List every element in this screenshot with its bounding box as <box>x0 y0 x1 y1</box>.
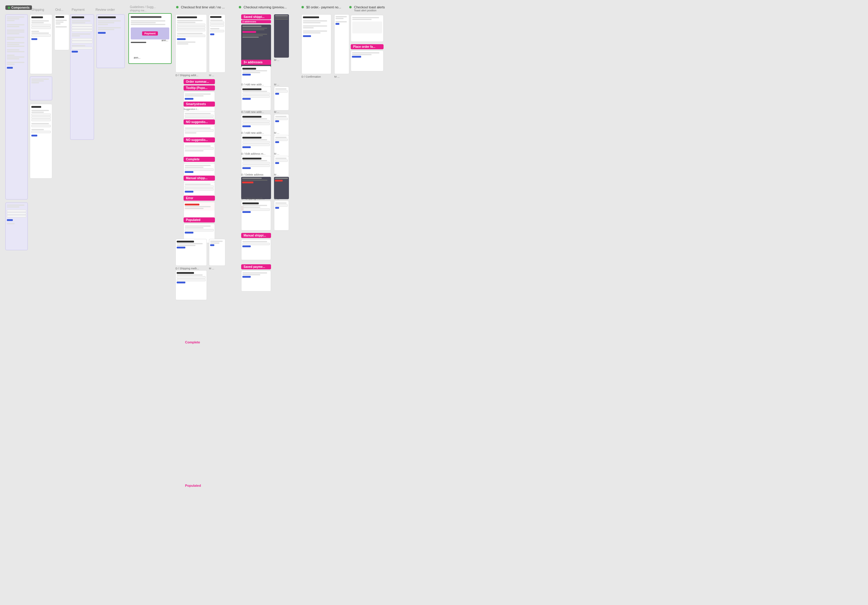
m-shipping-screen <box>209 14 225 73</box>
d-shipping-meth-returning-label: D / Shipping meth... <box>241 197 271 200</box>
saved-shipping-container: Saved shippi... 2 addresses <box>241 14 271 23</box>
delete-address-group: D / Delete address <box>241 173 271 200</box>
payment-purple-1 <box>70 14 94 140</box>
guidelines-sublabel: shipping me... <box>130 9 147 12</box>
m-saved-screen <box>274 14 289 57</box>
saved-payme-screen <box>241 270 271 292</box>
m-label-8: M ... <box>274 197 289 200</box>
saved-payme-badge: Saved payme... <box>241 264 271 269</box>
d-add-new-addr-3: D / Add new addr... <box>241 131 271 134</box>
checkout-first-label: Checkout first time visit / no ... <box>181 5 225 9</box>
m-shipping-meth-1-screen <box>209 239 225 266</box>
manual-shipp-badge: Manual shipp... <box>184 175 215 181</box>
components-purple-block <box>5 14 28 200</box>
d-shipping-addr-label: D / Shipping addr... <box>175 74 211 77</box>
d-delete-address-label: D / Delete address <box>241 173 271 176</box>
m-label-conf: M ... <box>334 75 349 78</box>
manual-shipp-returning-group: Manual shippi... <box>241 233 271 260</box>
populated-text: Populated <box>185 484 201 487</box>
review-order-label: Review order <box>96 8 115 11</box>
shipping-screen-1 <box>30 14 52 74</box>
m-delete-screen <box>274 177 289 199</box>
shipping-screen-2 <box>30 104 52 178</box>
checkout-first-dot <box>176 6 178 8</box>
error-badge: Error <box>184 195 215 201</box>
place-order-screen <box>351 50 384 71</box>
populated-badge: Populated <box>184 217 215 222</box>
returning-placeholder <box>241 206 243 211</box>
toast-frame-1 <box>351 15 384 42</box>
tooltip-badge: Tooltip (Popo... <box>184 85 215 90</box>
saved-shipping-badge: Saved shippi... <box>241 14 271 19</box>
checkout-first-bottom-screen <box>175 270 207 300</box>
m-label-5: M ... <box>274 131 289 134</box>
components-dot <box>8 6 10 9</box>
place-order-group: Place order fa... <box>351 44 384 71</box>
zero-order-dot <box>301 6 304 8</box>
m-label-4: M ... <box>274 110 289 113</box>
m-confirmation-group: M ... <box>334 14 349 78</box>
d-add-new-addr-1: D / Add new addr... <box>241 83 271 86</box>
manual-shipp-returning-screen <box>241 239 271 260</box>
d-shipping-meth-1-label: D / Shipping meth... <box>175 267 207 270</box>
d-confirmation-group: D / Confirmation <box>301 14 331 78</box>
checkout-returning-label: Checkout returning (previou... <box>243 5 287 9</box>
components-label: Components <box>11 6 29 9</box>
suggestion-t-label: Suggestion t... <box>184 108 215 110</box>
order-screen-1 <box>54 14 69 50</box>
shipping-purple <box>30 76 52 100</box>
checkout-returning-dot <box>239 6 241 8</box>
d-shipping-meth-returning-screen <box>241 201 271 231</box>
m-label-2: M ... <box>209 267 225 270</box>
toast-dot <box>349 6 352 8</box>
m-shipping-group: M ... <box>209 14 225 77</box>
smartystreets-badge: Smartystreets <box>184 102 215 107</box>
d-shipping-meth-returning-group: D / Shipping meth... <box>241 197 271 231</box>
shipping-addr-group: D / Shipping addr... <box>175 14 211 77</box>
complete-bottom-label: Complete <box>185 340 200 344</box>
d-confirmation-label: D / Confirmation <box>301 75 331 78</box>
m-shipping-meth-returning: M ... <box>274 197 289 231</box>
toast-sublabel: Toast alert position <box>354 9 385 12</box>
m-confirmation-screen <box>334 14 349 74</box>
m-add-new-1-screen <box>274 87 289 110</box>
m-label-3: M ... <box>274 83 289 86</box>
no-suggestion-2-badge: NO suggestio... <box>184 137 215 143</box>
m-label-6: M ... <box>274 152 289 155</box>
ann-label-1: ann... <box>134 56 141 59</box>
shipping-label: Shipping <box>31 8 44 11</box>
order-summary-badge: Order summar... <box>184 79 215 84</box>
saved-payme-group: Saved payme... <box>241 264 271 292</box>
review-purple-1 <box>96 14 125 68</box>
m-delete-address: M ... <box>274 173 289 199</box>
m-shipping-meth-returning-screen <box>274 201 289 231</box>
three-plus-badge: 3+ addresses <box>241 60 271 65</box>
place-order-badge: Place order fa... <box>351 44 384 49</box>
complete-badge: Complete <box>184 157 215 162</box>
m-label-saved: M ... <box>274 59 289 62</box>
m-shipping-meth-1-group: M ... <box>209 239 225 270</box>
d-shipping-addr-screen <box>175 14 207 73</box>
zero-order-label: $0 order.- payment no... <box>306 5 341 9</box>
order-label: Ord... <box>55 8 64 11</box>
complete-text: Complete <box>185 340 200 344</box>
d-shipping-meth-1-group: D / Shipping meth... <box>175 239 207 270</box>
manual-shipp-returning-badge: Manual shippi... <box>241 233 271 238</box>
m-saved-shipping: M ... <box>274 14 289 62</box>
ann-label-2: ann... <box>161 39 168 42</box>
populated-bottom-label: Populated <box>185 484 201 487</box>
toast-title: Checkout toast alerts <box>354 5 385 9</box>
m-label-7: M ... <box>274 173 289 176</box>
components-purple-block-2 <box>5 202 28 250</box>
m-label-1: M ... <box>209 74 225 77</box>
add-new-addr-1-screen <box>241 87 271 110</box>
payment-label: Payment <box>71 8 84 11</box>
d-edit-address-label: D / Edit address m... <box>241 152 271 155</box>
add-new-addr-1-group: D / Add new addr... <box>241 83 271 111</box>
two-addresses-badge: 2 addresses <box>241 20 271 23</box>
d-add-new-addr-2: D / Add new addr... <box>241 110 271 113</box>
d-shipping-meth-1-screen <box>175 239 207 266</box>
delete-address-screen <box>241 177 271 199</box>
m-add-new-1: M ... <box>274 83 289 110</box>
no-suggestion-1-badge: NO suggestio... <box>184 119 215 124</box>
